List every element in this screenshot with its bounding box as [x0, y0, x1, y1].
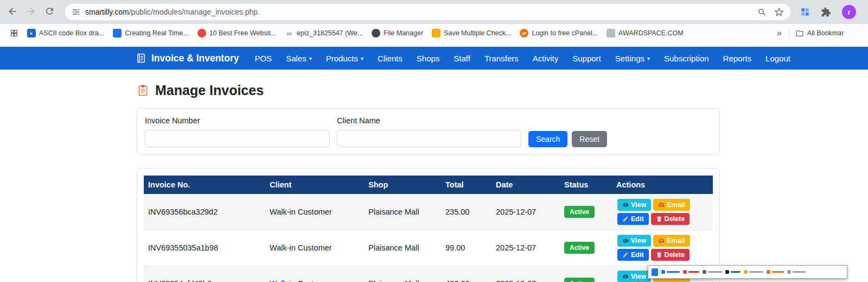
bookmarks-bar: ASCII code Box dra... Creating Real Time…	[0, 24, 868, 42]
clipboard-icon	[137, 84, 149, 97]
email-button[interactable]: Email	[653, 199, 690, 211]
bookmark-favicon	[197, 29, 206, 37]
reset-button[interactable]: Reset	[572, 131, 607, 147]
table-row: INV69356bca329d2 Walk-in Customer Plaisa…	[144, 194, 713, 230]
bookmark-item[interactable]: ASCII code Box dra...	[23, 27, 108, 39]
nav-item-settings[interactable]: Settings▾	[608, 54, 657, 63]
filter-buttons: Search Reset	[528, 131, 607, 147]
bookmark-label: File Manager	[384, 29, 423, 37]
back-button[interactable]	[3, 3, 22, 21]
mini-favicon-dot	[652, 268, 658, 276]
forward-button[interactable]	[22, 3, 40, 21]
profile-avatar[interactable]: r	[842, 5, 856, 19]
client-name-input[interactable]	[337, 130, 521, 147]
bookmark-favicon	[432, 29, 441, 37]
nav-item-staff[interactable]: Staff	[446, 54, 477, 63]
bookmark-label: AWARDSPACE.COM	[618, 29, 684, 37]
invoices-table: Invoice No. Client Shop Total Date Statu…	[144, 176, 713, 282]
eye-icon	[622, 237, 629, 244]
site-info-icon[interactable]	[72, 8, 80, 16]
all-bookmarks[interactable]: All Bookmar	[792, 27, 863, 39]
mini-bookmark	[703, 270, 722, 274]
bookmark-item[interactable]: Save Multiple Check...	[427, 27, 515, 39]
delete-button[interactable]: Delete	[651, 249, 690, 261]
url-text: smartilly.com/public/modules/manage_invo…	[85, 8, 750, 16]
shop-cell: Plaisance Mall	[365, 194, 442, 230]
bookmarks-overflow-chevron[interactable]: »	[771, 28, 787, 38]
nav-item-reports[interactable]: Reports	[716, 54, 759, 63]
search-button[interactable]: Search	[528, 131, 567, 147]
edit-button[interactable]: Edit	[617, 213, 649, 225]
shop-cell: Plaisance Mall	[365, 266, 442, 282]
bookmark-item[interactable]: AWARDSPACE.COM	[602, 27, 688, 39]
refresh-icon	[44, 6, 55, 18]
total-cell: 235.00	[442, 194, 493, 230]
view-button[interactable]: View	[617, 271, 651, 282]
extensions-puzzle-icon[interactable]	[821, 7, 831, 17]
bookmark-item[interactable]: epiz_31825547 (We...	[280, 27, 367, 39]
shop-cell: Plaisance Mall	[365, 230, 442, 266]
bookmark-favicon	[113, 29, 122, 37]
refresh-button[interactable]	[40, 3, 59, 21]
envelope-icon	[658, 202, 665, 208]
folder-icon	[795, 29, 804, 37]
page-content: Manage Invoices Invoice Number Client Na…	[137, 83, 720, 282]
edit-button[interactable]: Edit	[617, 249, 649, 261]
invoice-number-input[interactable]	[145, 130, 330, 147]
mini-bookmark	[787, 270, 806, 274]
invoice-no-cell: INV69354efd49b0a	[144, 266, 266, 282]
mini-bookmark	[725, 270, 741, 274]
nav-item-logout[interactable]: Logout	[758, 54, 797, 63]
view-button[interactable]: View	[617, 235, 651, 247]
bookmark-star-icon[interactable]	[774, 7, 784, 17]
delete-button[interactable]: Delete	[651, 213, 690, 225]
nav-item-shops[interactable]: Shops	[410, 54, 447, 63]
preview-thumbnail[interactable]	[648, 265, 847, 279]
nav-item-transfers[interactable]: Transfers	[477, 54, 526, 63]
nav-item-subscription[interactable]: Subscription	[657, 54, 716, 63]
column-header-client: Client	[266, 176, 365, 194]
status-badge: Active	[564, 278, 595, 282]
bookmark-label: 10 Best Free Websit...	[209, 29, 276, 37]
all-bookmarks-label: All Bookmar	[807, 29, 844, 37]
nav-item-clients[interactable]: Clients	[371, 54, 410, 63]
email-button[interactable]: Email	[653, 235, 690, 247]
chevron-down-icon: ▾	[647, 55, 650, 61]
bookmark-label: Save Multiple Check...	[444, 29, 511, 37]
ledger-icon	[136, 53, 146, 64]
bookmarks-divider	[789, 28, 790, 38]
forward-arrow-icon	[25, 6, 36, 18]
eye-icon	[622, 273, 629, 280]
nav-menu: POS Sales▾ Products▾ Clients Shops Staff…	[247, 54, 797, 63]
url-domain: smartilly.com	[85, 8, 129, 16]
nav-item-products[interactable]: Products▾	[319, 54, 371, 63]
bookmark-item[interactable]: Login to free cPanel...	[515, 27, 602, 39]
bookmark-item[interactable]: File Manager	[367, 27, 427, 39]
bookmark-favicon	[607, 29, 615, 37]
bookmark-item[interactable]: Creating Real Time...	[108, 27, 193, 39]
toolbar-right-icons: r	[797, 5, 865, 19]
nav-item-pos[interactable]: POS	[247, 54, 279, 63]
app-navbar: Invoice & Inventory POS Sales▾ Products▾…	[0, 47, 868, 70]
address-bar[interactable]: smartilly.com/public/modules/manage_invo…	[65, 4, 790, 20]
date-cell: 2025-12-07	[493, 230, 561, 266]
eye-icon	[622, 202, 629, 208]
app-brand-label: Invoice & Inventory	[151, 53, 239, 64]
table-header-row: Invoice No. Client Shop Total Date Statu…	[144, 176, 713, 194]
view-button[interactable]: View	[617, 199, 651, 211]
app-brand[interactable]: Invoice & Inventory	[136, 53, 239, 64]
zoom-icon[interactable]	[757, 8, 767, 17]
status-badge: Active	[564, 242, 595, 254]
nav-item-sales[interactable]: Sales▾	[279, 54, 319, 63]
client-name-label: Client Name	[337, 116, 521, 125]
bookmark-item[interactable]: 10 Best Free Websit...	[193, 27, 280, 39]
mini-bookmark	[744, 270, 763, 274]
bookmark-favicon	[285, 29, 293, 37]
apps-grid-icon[interactable]	[5, 29, 23, 37]
nav-item-support[interactable]: Support	[565, 54, 608, 63]
url-path: /public/modules/manage_invoices.php	[129, 8, 258, 16]
column-header-actions: Actions	[613, 176, 713, 194]
side-panel-icon[interactable]	[800, 7, 810, 17]
column-header-status: Status	[561, 176, 613, 194]
nav-item-activity[interactable]: Activity	[526, 54, 566, 63]
